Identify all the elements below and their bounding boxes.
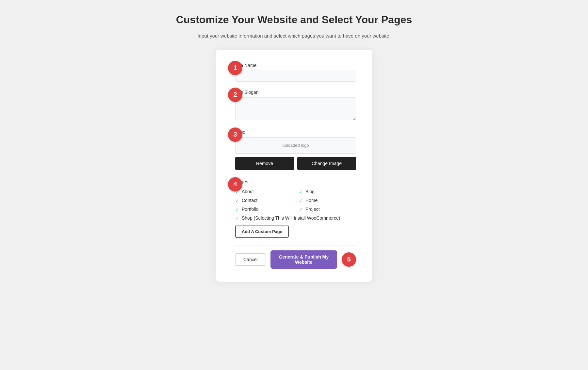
page-name: About xyxy=(242,189,254,194)
list-item[interactable]: ✓ Portfolio xyxy=(235,207,292,212)
check-icon: ✓ xyxy=(235,207,239,212)
page-name: Home xyxy=(305,198,318,203)
form-card: 1 Site Name 2 Site Slogan 3 Logo uploade… xyxy=(216,50,372,282)
form-footer: Cancel Generate & Publish My Website 5 xyxy=(235,245,356,269)
logo-preview: uploaded logo xyxy=(235,137,356,154)
generate-publish-button[interactable]: Generate & Publish My Website xyxy=(270,250,337,269)
step-3-badge: 3 xyxy=(228,127,242,142)
remove-button[interactable]: Remove xyxy=(235,157,294,170)
page-name: Project xyxy=(305,207,320,212)
change-image-button[interactable]: Change Image xyxy=(297,157,356,170)
site-name-label: Site Name xyxy=(235,63,356,68)
add-custom-page-button[interactable]: Add A Custom Page xyxy=(235,226,289,238)
step-1-badge: 1 xyxy=(228,61,242,75)
check-icon: ✓ xyxy=(235,216,239,221)
step-4-badge: 4 xyxy=(228,177,242,192)
page-title: Customize Your Website and Select Your P… xyxy=(176,13,412,27)
check-icon: ✓ xyxy=(299,198,303,203)
site-name-input[interactable] xyxy=(235,71,356,82)
check-icon: ✓ xyxy=(299,207,303,212)
logo-section: 3 Logo uploaded logo Remove Change Image xyxy=(235,129,356,170)
cancel-button[interactable]: Cancel xyxy=(235,253,266,266)
list-item[interactable]: ✓ Shop (Selecting This Will Install WooC… xyxy=(235,215,356,221)
logo-preview-text: uploaded logo xyxy=(282,143,309,148)
list-item[interactable]: ✓ Project xyxy=(299,207,356,212)
site-name-group: 1 Site Name xyxy=(235,63,356,82)
page-subtitle: Input your website information and selec… xyxy=(176,32,412,40)
site-slogan-input[interactable] xyxy=(235,97,356,120)
step-5-badge: 5 xyxy=(342,252,356,267)
logo-buttons: Remove Change Image xyxy=(235,157,356,170)
check-icon: ✓ xyxy=(235,198,239,203)
list-item[interactable]: ✓ Home xyxy=(299,198,356,203)
site-slogan-group: 2 Site Slogan xyxy=(235,90,356,122)
page-name: Blog xyxy=(305,189,315,194)
check-icon: ✓ xyxy=(299,189,303,194)
list-item[interactable]: ✓ About xyxy=(235,189,292,194)
list-item[interactable]: ✓ Contact xyxy=(235,198,292,203)
list-item[interactable]: ✓ Blog xyxy=(299,189,356,194)
page-name: Shop (Selecting This Will Install WooCom… xyxy=(242,215,340,221)
page-header: Customize Your Website and Select Your P… xyxy=(176,13,412,40)
site-slogan-label: Site Slogan xyxy=(235,90,356,95)
step-2-badge: 2 xyxy=(228,88,242,102)
logo-label: Logo xyxy=(235,129,356,135)
pages-section: 4 Pages ✓ About ✓ Blog ✓ Contact ✓ Home … xyxy=(235,179,356,238)
page-name: Contact xyxy=(242,198,257,203)
page-name: Portfolio xyxy=(242,207,258,212)
pages-grid: ✓ About ✓ Blog ✓ Contact ✓ Home ✓ Portfo… xyxy=(235,189,356,221)
pages-label: Pages xyxy=(235,179,356,184)
